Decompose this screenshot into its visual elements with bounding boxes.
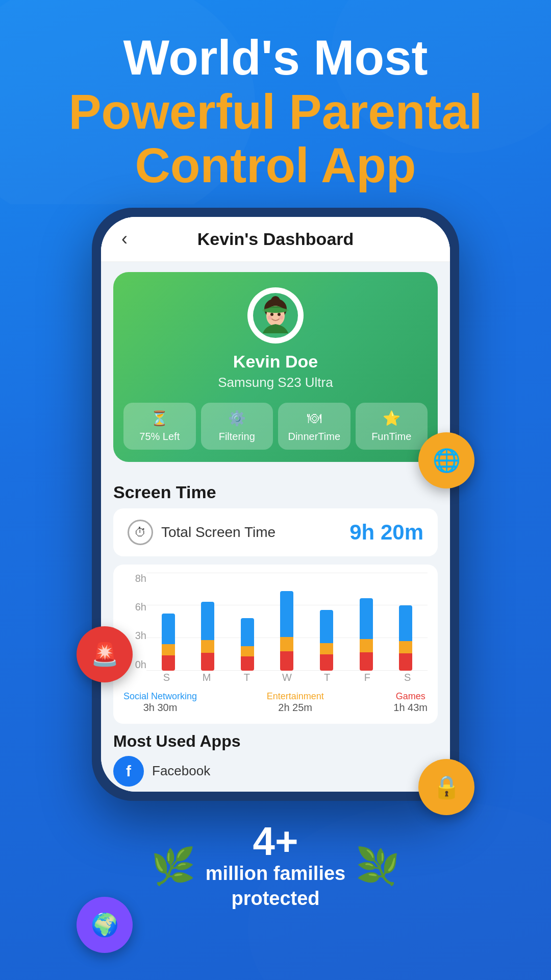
headline-line1: World's Most [0,31,551,85]
globe-button[interactable]: 🌐 [418,432,474,488]
svg-point-5 [271,296,280,305]
day-label-m: M [199,672,214,683]
avatar [247,287,304,344]
headline-line2: Powerful Parental [0,85,551,139]
dashboard-header: ‹ Kevin's Dashboard [101,217,450,262]
screen-time-section-title: Screen Time [101,472,450,508]
day-label-t1: T [239,672,255,683]
screen-time-label: Total Screen Time [161,524,276,541]
badge-laurel: 🌿 4+ million families protected 🌿 [151,821,400,912]
day-label-t2: T [319,672,335,683]
day-label-w: W [279,672,294,683]
screen-time-clock-icon: ⏱ [128,520,153,545]
globe-icon: 🌐 [433,447,461,474]
svg-point-7 [270,313,273,316]
app-row-facebook: f Facebook [113,756,438,787]
screen-time-left: ⏱ Total Screen Time [128,520,276,545]
most-used-title: Most Used Apps [113,732,438,751]
feature-screen-time[interactable]: ⏳ 75% Left [123,403,196,450]
chart-container: 8h 6h 3h 0h [113,565,438,724]
filter-icon: ⚙️ [228,410,246,427]
funtime-icon: ⭐ [383,410,400,427]
legend-social-value: 3h 30m [143,702,178,714]
svg-point-10 [279,315,283,320]
avatar-image [253,292,298,338]
screen-time-card: ⏱ Total Screen Time 9h 20m [113,508,438,556]
feature-dinnertime[interactable]: 🍽 DinnerTime [278,403,350,450]
facebook-label: Facebook [152,763,210,779]
legend-games-value: 1h 43m [393,702,428,714]
legend-entertainment: Entertainment 2h 25m [267,691,324,714]
feature-label-dinnertime: DinnerTime [288,431,340,443]
chart-legend: Social Networking 3h 30m Entertainment 2… [123,685,428,716]
day-label-f: F [360,672,375,683]
chart-area: 8h 6h 3h 0h [123,573,428,685]
lock-icon: 🔒 [433,774,461,800]
laurel-left-icon: 🌿 [151,848,195,884]
legend-entertainment-value: 2h 25m [278,702,312,714]
badge-center: 4+ million families protected [206,821,346,912]
feature-filtering[interactable]: ⚙️ Filtering [201,403,273,450]
most-used-section: Most Used Apps f Facebook [101,724,450,792]
alert-button[interactable]: 🚨 [77,626,133,682]
legend-games: Games 1h 43m [393,691,428,714]
phone-mockup: 🚨 🌐 🔒 🌍 ‹ Kevin's Dashboard [92,208,459,801]
dashboard-title: Kevin's Dashboard [197,229,354,249]
svg-point-9 [268,315,272,320]
alert-icon: 🚨 [91,641,119,668]
feature-label-filtering: Filtering [219,431,255,443]
legend-social: Social Networking 3h 30m [123,691,197,714]
badge-number: 4+ [206,821,346,861]
feature-funtime[interactable]: ⭐ FunTime [356,403,428,450]
svg-point-8 [278,313,281,316]
laurel-right-icon: 🌿 [356,848,400,884]
badge-text-line1: million families [206,861,346,886]
header-section: World's Most Powerful Parental Control A… [0,0,551,208]
legend-entertainment-label: Entertainment [267,691,324,702]
svg-point-12 [262,308,289,313]
y-label-6h: 6h [135,601,146,613]
facebook-icon: f [113,756,144,787]
phone-screen: ‹ Kevin's Dashboard [101,217,450,792]
profile-device: Samsung S23 Ultra [123,375,428,390]
badge-text-line2: protected [206,886,346,911]
phone-inner: ‹ Kevin's Dashboard [101,217,450,792]
phone-outer: ‹ Kevin's Dashboard [92,208,459,801]
day-label-s2: S [400,672,415,683]
y-label-8h: 8h [135,573,146,584]
screen-time-value: 9h 20m [349,520,423,545]
day-label-s1: S [159,672,174,683]
feature-label-screen-time: 75% Left [139,431,180,443]
y-label-3h: 3h [135,630,146,642]
back-button[interactable]: ‹ [121,228,128,250]
y-label-0h: 0h [135,659,146,671]
feature-label-funtime: FunTime [371,431,411,443]
bottom-badge: 🌿 4+ million families protected 🌿 [0,801,551,942]
legend-games-label: Games [396,691,425,702]
profile-card: Kevin Doe Samsung S23 Ultra ⏳ 75% Left ⚙… [113,272,438,462]
legend-social-label: Social Networking [123,691,197,702]
features-row: ⏳ 75% Left ⚙️ Filtering 🍽 DinnerTime [123,403,428,450]
profile-name: Kevin Doe [123,352,428,372]
headline-line3: Control App [0,138,551,192]
hourglass-icon: ⏳ [151,410,168,427]
dinner-icon: 🍽 [307,410,321,427]
